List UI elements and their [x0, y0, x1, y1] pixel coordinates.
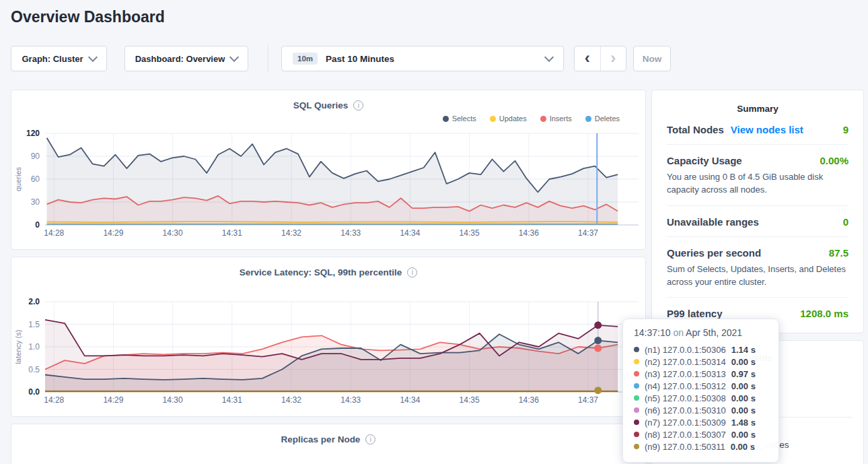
node-latency-value: 1.14 s: [731, 345, 756, 355]
y-axis-tick: 1.0: [28, 342, 40, 352]
legend-dot-icon: [443, 116, 449, 122]
x-axis-tick: 14:28: [44, 395, 64, 405]
summary-title: Summary: [667, 104, 848, 114]
chevron-right-icon: ›: [610, 48, 616, 67]
legend-dot-icon: [585, 116, 591, 122]
node-latency-value: 0.00 s: [731, 442, 755, 452]
prev-time-button[interactable]: ‹: [575, 46, 600, 71]
node-address: (n6) 127.0.0.1:50310: [645, 405, 726, 416]
chevron-left-icon: ‹: [585, 48, 590, 67]
legend-item: Updates: [490, 114, 527, 123]
node-address: (n4) 127.0.0.1:50312: [645, 381, 726, 391]
info-icon[interactable]: i: [407, 267, 417, 277]
x-axis-tick: 14:34: [400, 395, 420, 405]
tooltip-row: (n8) 127.0.0.1:503070.00 s: [634, 428, 768, 440]
node-latency-value: 0.00 s: [731, 393, 756, 403]
capacity-label: Capacity Usage: [667, 155, 742, 166]
capacity-description: You are using 0 B of 4.5 GiB usable disk…: [667, 171, 848, 197]
node-dot-icon: [634, 407, 639, 413]
service-latency-card: Service Latency: SQL, 99th percentile i …: [11, 257, 646, 417]
info-icon[interactable]: i: [365, 434, 375, 444]
total-nodes-label: Total Nodes: [667, 124, 724, 135]
x-axis-tick: 14:31: [222, 395, 242, 405]
x-axis-tick: 14:28: [44, 228, 64, 238]
unavailable-ranges-value: 0: [843, 216, 848, 228]
chart-title: Replicas per Node: [281, 434, 361, 444]
capacity-value: 0.00%: [820, 155, 848, 166]
sql-queries-chart[interactable]: 14:2814:2914:3014:3114:3214:3314:3414:35…: [11, 125, 645, 241]
unavailable-ranges-label: Unavailable ranges: [667, 216, 759, 228]
y-axis-tick: 90: [31, 152, 40, 161]
legend-label: Inserts: [550, 114, 572, 123]
highlight-dot: [594, 345, 602, 352]
total-nodes-value: 9: [843, 124, 848, 135]
toolbar-divider: [268, 44, 268, 73]
tooltip-timestamp: 14:37:10 on Apr 5th, 2021: [634, 327, 768, 338]
node-dot-icon: [634, 383, 639, 389]
graph-dropdown[interactable]: Graph: Cluster: [11, 46, 107, 71]
x-axis-tick: 14:37: [578, 395, 598, 405]
legend-label: Selects: [452, 114, 476, 123]
node-latency-value: 0.00 s: [731, 430, 756, 440]
y-axis-tick: 0: [35, 220, 40, 230]
time-range-label: Past 10 Minutes: [326, 54, 394, 64]
p99-latency-label: P99 latency: [667, 308, 723, 319]
info-icon[interactable]: i: [353, 100, 363, 110]
x-axis-tick: 14:29: [103, 228, 123, 238]
x-axis-tick: 14:31: [222, 228, 242, 238]
highlight-dot: [594, 321, 602, 329]
node-dot-icon: [634, 420, 639, 425]
page-title: Overview Dashboard: [11, 8, 165, 26]
service-latency-chart[interactable]: 14:2814:2914:3014:3114:3214:3314:3414:35…: [11, 284, 645, 408]
node-latency-value: 0.00 s: [731, 381, 756, 391]
highlight-dot: [594, 337, 602, 344]
replicas-per-node-card: Replicas per Node i: [11, 424, 646, 464]
chart-title: SQL Queries: [293, 100, 349, 110]
node-dot-icon: [634, 371, 639, 376]
node-address: (n3) 127.0.0.1:50313: [645, 369, 726, 379]
graph-dropdown-label: Graph: Cluster: [22, 54, 83, 64]
overview-dashboard-page: Overview Dashboard Graph: Cluster Dashbo…: [0, 0, 868, 464]
node-latency-value: 0.00 s: [731, 405, 756, 416]
tooltip-row: (n7) 127.0.0.1:503091.48 s: [634, 416, 768, 428]
view-nodes-list-link[interactable]: View nodes list: [731, 124, 803, 135]
qps-value: 87.5: [829, 247, 848, 259]
legend-label: Deletes: [595, 114, 620, 123]
x-axis-tick: 14:36: [519, 228, 539, 238]
node-latency-value: 0.00 s: [731, 357, 756, 367]
tooltip-row: (n3) 127.0.0.1:503130.97 s: [634, 368, 768, 380]
dashboard-dropdown[interactable]: Dashboard: Overview: [124, 46, 248, 71]
x-axis-tick: 14:37: [578, 228, 598, 238]
summary-row-qps: Queries per second 87.5 Sum of Selects, …: [667, 237, 848, 298]
chart-legend: SelectsUpdatesInsertsDeletes: [11, 113, 620, 124]
time-range-badge: 10m: [293, 53, 318, 65]
summary-row-capacity: Capacity Usage 0.00% You are using 0 B o…: [667, 145, 848, 206]
x-axis-tick: 14:30: [163, 228, 183, 238]
tooltip-row: (n5) 127.0.0.1:503080.00 s: [634, 392, 768, 404]
legend-label: Updates: [499, 114, 527, 123]
highlight-dot: [594, 387, 602, 394]
chevron-down-icon: [87, 53, 97, 62]
tooltip-row: (n9) 127.0.0.1:503110.00 s: [634, 440, 768, 453]
x-axis-tick: 14:32: [281, 395, 301, 405]
node-address: (n8) 127.0.0.1:50307: [645, 430, 726, 440]
node-address: (n1) 127.0.0.1:50306: [645, 345, 726, 355]
node-dot-icon: [634, 444, 639, 449]
node-address: (n2) 127.0.0.1:50314: [645, 357, 726, 367]
summary-row-total-nodes: Total Nodes View nodes list 9: [667, 114, 848, 145]
time-nav-arrows: ‹ ›: [574, 46, 626, 71]
dashboard-dropdown-label: Dashboard: Overview: [135, 54, 225, 64]
next-time-button[interactable]: ›: [600, 46, 626, 71]
y-axis-tick: 2.0: [28, 297, 40, 306]
tooltip-row: (n6) 127.0.0.1:503100.00 s: [634, 404, 768, 416]
x-axis-tick: 14:29: [103, 395, 123, 405]
chart-tooltip: 14:37:10 on Apr 5th, 2021 (n1) 127.0.0.1…: [622, 319, 779, 463]
x-axis-tick: 14:32: [281, 228, 301, 238]
y-axis-tick: 120: [26, 129, 40, 138]
legend-dot-icon: [490, 116, 496, 122]
x-axis-tick: 14:34: [400, 228, 420, 238]
chart-title: Service Latency: SQL, 99th percentile: [240, 267, 402, 277]
time-range-selector[interactable]: 10m Past 10 Minutes: [281, 46, 564, 71]
tooltip-row: (n4) 127.0.0.1:503120.00 s: [634, 380, 768, 392]
now-button[interactable]: Now: [633, 46, 671, 71]
